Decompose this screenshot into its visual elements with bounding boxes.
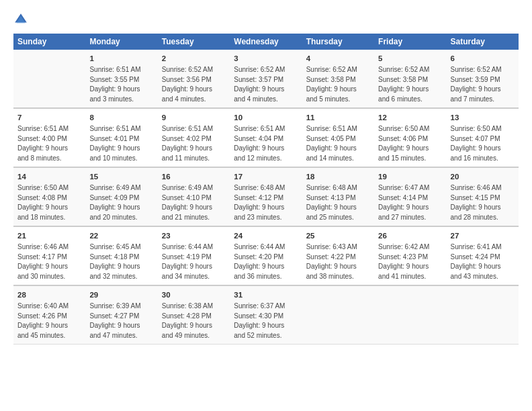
day-number: 21: [17, 230, 81, 241]
day-number: 22: [89, 230, 153, 241]
day-info: Sunrise: 6:51 AM Sunset: 4:02 PM Dayligh…: [162, 124, 226, 163]
day-info: Sunrise: 6:51 AM Sunset: 4:01 PM Dayligh…: [89, 124, 153, 163]
calendar-cell: [447, 285, 519, 345]
calendar-cell: 22Sunrise: 6:45 AM Sunset: 4:18 PM Dayli…: [85, 226, 157, 285]
calendar-cell: 15Sunrise: 6:49 AM Sunset: 4:09 PM Dayli…: [85, 167, 157, 226]
day-info: Sunrise: 6:38 AM Sunset: 4:28 PM Dayligh…: [162, 302, 226, 340]
week-row-3: 14Sunrise: 6:50 AM Sunset: 4:08 PM Dayli…: [13, 167, 519, 226]
day-info: Sunrise: 6:50 AM Sunset: 4:07 PM Dayligh…: [451, 124, 515, 163]
week-row-2: 7Sunrise: 6:51 AM Sunset: 4:00 PM Daylig…: [13, 108, 519, 167]
day-number: 24: [234, 230, 298, 241]
calendar-cell: 13Sunrise: 6:50 AM Sunset: 4:07 PM Dayli…: [447, 108, 519, 167]
calendar-cell: 2Sunrise: 6:52 AM Sunset: 3:56 PM Daylig…: [158, 50, 230, 108]
day-info: Sunrise: 6:52 AM Sunset: 3:56 PM Dayligh…: [162, 65, 226, 104]
day-number: 1: [89, 53, 153, 64]
day-info: Sunrise: 6:50 AM Sunset: 4:08 PM Dayligh…: [17, 183, 81, 222]
calendar-cell: 25Sunrise: 6:43 AM Sunset: 4:22 PM Dayli…: [302, 226, 374, 285]
day-number: 15: [89, 171, 153, 182]
day-number: 17: [234, 171, 298, 182]
day-number: 5: [378, 53, 442, 64]
day-number: 19: [378, 171, 442, 182]
calendar-cell: 17Sunrise: 6:48 AM Sunset: 4:12 PM Dayli…: [230, 167, 302, 226]
day-number: 3: [234, 53, 298, 64]
week-row-1: 1Sunrise: 6:51 AM Sunset: 3:55 PM Daylig…: [13, 50, 519, 108]
calendar-cell: 7Sunrise: 6:51 AM Sunset: 4:00 PM Daylig…: [13, 108, 85, 167]
day-info: Sunrise: 6:48 AM Sunset: 4:12 PM Dayligh…: [234, 183, 298, 222]
day-info: Sunrise: 6:46 AM Sunset: 4:17 PM Dayligh…: [17, 242, 81, 281]
day-number: 29: [89, 289, 153, 300]
logo: [13, 12, 31, 27]
calendar-cell: 6Sunrise: 6:52 AM Sunset: 3:59 PM Daylig…: [447, 50, 519, 108]
day-info: Sunrise: 6:47 AM Sunset: 4:14 PM Dayligh…: [378, 183, 442, 222]
day-info: Sunrise: 6:52 AM Sunset: 3:58 PM Dayligh…: [306, 65, 370, 104]
day-info: Sunrise: 6:42 AM Sunset: 4:23 PM Dayligh…: [378, 242, 442, 281]
weekday-header-wednesday: Wednesday: [230, 34, 302, 50]
day-info: Sunrise: 6:49 AM Sunset: 4:10 PM Dayligh…: [162, 183, 226, 222]
day-number: 26: [378, 230, 442, 241]
calendar-cell: 26Sunrise: 6:42 AM Sunset: 4:23 PM Dayli…: [374, 226, 446, 285]
day-number: 31: [234, 289, 298, 300]
calendar-cell: 12Sunrise: 6:50 AM Sunset: 4:06 PM Dayli…: [374, 108, 446, 167]
day-number: 10: [234, 112, 298, 123]
logo-icon: [13, 12, 28, 27]
weekday-header-monday: Monday: [85, 34, 157, 50]
calendar-cell: 19Sunrise: 6:47 AM Sunset: 4:14 PM Dayli…: [374, 167, 446, 226]
day-info: Sunrise: 6:39 AM Sunset: 4:27 PM Dayligh…: [89, 302, 153, 340]
calendar-cell: 5Sunrise: 6:52 AM Sunset: 3:58 PM Daylig…: [374, 50, 446, 108]
day-number: 6: [451, 53, 515, 64]
weekday-header-row: SundayMondayTuesdayWednesdayThursdayFrid…: [13, 34, 519, 50]
day-number: 14: [17, 171, 81, 182]
weekday-header-thursday: Thursday: [302, 34, 374, 50]
weekday-header-tuesday: Tuesday: [158, 34, 230, 50]
day-info: Sunrise: 6:41 AM Sunset: 4:24 PM Dayligh…: [451, 242, 515, 281]
day-number: 7: [17, 112, 81, 123]
calendar-cell: 28Sunrise: 6:40 AM Sunset: 4:26 PM Dayli…: [13, 285, 85, 345]
day-info: Sunrise: 6:52 AM Sunset: 3:58 PM Dayligh…: [378, 65, 442, 104]
day-number: 25: [306, 230, 370, 241]
day-number: 18: [306, 171, 370, 182]
calendar-cell: 21Sunrise: 6:46 AM Sunset: 4:17 PM Dayli…: [13, 226, 85, 285]
day-info: Sunrise: 6:49 AM Sunset: 4:09 PM Dayligh…: [89, 183, 153, 222]
day-info: Sunrise: 6:43 AM Sunset: 4:22 PM Dayligh…: [306, 242, 370, 281]
day-number: 20: [451, 171, 515, 182]
day-info: Sunrise: 6:52 AM Sunset: 3:59 PM Dayligh…: [451, 65, 515, 104]
day-info: Sunrise: 6:51 AM Sunset: 4:04 PM Dayligh…: [234, 124, 298, 163]
calendar-cell: 9Sunrise: 6:51 AM Sunset: 4:02 PM Daylig…: [158, 108, 230, 167]
day-info: Sunrise: 6:50 AM Sunset: 4:06 PM Dayligh…: [378, 124, 442, 163]
week-row-4: 21Sunrise: 6:46 AM Sunset: 4:17 PM Dayli…: [13, 226, 519, 285]
calendar-table: SundayMondayTuesdayWednesdayThursdayFrid…: [13, 34, 519, 345]
week-row-5: 28Sunrise: 6:40 AM Sunset: 4:26 PM Dayli…: [13, 285, 519, 345]
calendar-cell: 18Sunrise: 6:48 AM Sunset: 4:13 PM Dayli…: [302, 167, 374, 226]
calendar-cell: 24Sunrise: 6:44 AM Sunset: 4:20 PM Dayli…: [230, 226, 302, 285]
day-info: Sunrise: 6:44 AM Sunset: 4:20 PM Dayligh…: [234, 242, 298, 281]
weekday-header-saturday: Saturday: [447, 34, 519, 50]
day-info: Sunrise: 6:52 AM Sunset: 3:57 PM Dayligh…: [234, 65, 298, 104]
calendar-cell: 30Sunrise: 6:38 AM Sunset: 4:28 PM Dayli…: [158, 285, 230, 345]
calendar-cell: 20Sunrise: 6:46 AM Sunset: 4:15 PM Dayli…: [447, 167, 519, 226]
day-number: 30: [162, 289, 226, 300]
calendar-cell: 10Sunrise: 6:51 AM Sunset: 4:04 PM Dayli…: [230, 108, 302, 167]
day-info: Sunrise: 6:44 AM Sunset: 4:19 PM Dayligh…: [162, 242, 226, 281]
calendar-cell: 29Sunrise: 6:39 AM Sunset: 4:27 PM Dayli…: [85, 285, 157, 345]
day-number: 11: [306, 112, 370, 123]
calendar-cell: 3Sunrise: 6:52 AM Sunset: 3:57 PM Daylig…: [230, 50, 302, 108]
day-number: 4: [306, 53, 370, 64]
calendar-cell: 8Sunrise: 6:51 AM Sunset: 4:01 PM Daylig…: [85, 108, 157, 167]
calendar-cell: 23Sunrise: 6:44 AM Sunset: 4:19 PM Dayli…: [158, 226, 230, 285]
calendar-cell: 16Sunrise: 6:49 AM Sunset: 4:10 PM Dayli…: [158, 167, 230, 226]
day-number: 16: [162, 171, 226, 182]
day-number: 28: [17, 289, 81, 300]
weekday-header-sunday: Sunday: [13, 34, 85, 50]
day-number: 23: [162, 230, 226, 241]
calendar-cell: 1Sunrise: 6:51 AM Sunset: 3:55 PM Daylig…: [85, 50, 157, 108]
day-info: Sunrise: 6:51 AM Sunset: 4:00 PM Dayligh…: [17, 124, 81, 163]
day-info: Sunrise: 6:51 AM Sunset: 4:05 PM Dayligh…: [306, 124, 370, 163]
calendar-cell: 4Sunrise: 6:52 AM Sunset: 3:58 PM Daylig…: [302, 50, 374, 108]
calendar-cell: [374, 285, 446, 345]
day-info: Sunrise: 6:46 AM Sunset: 4:15 PM Dayligh…: [451, 183, 515, 222]
calendar-cell: 31Sunrise: 6:37 AM Sunset: 4:30 PM Dayli…: [230, 285, 302, 345]
calendar-cell: 14Sunrise: 6:50 AM Sunset: 4:08 PM Dayli…: [13, 167, 85, 226]
day-number: 27: [451, 230, 515, 241]
calendar-cell: [302, 285, 374, 345]
day-number: 12: [378, 112, 442, 123]
